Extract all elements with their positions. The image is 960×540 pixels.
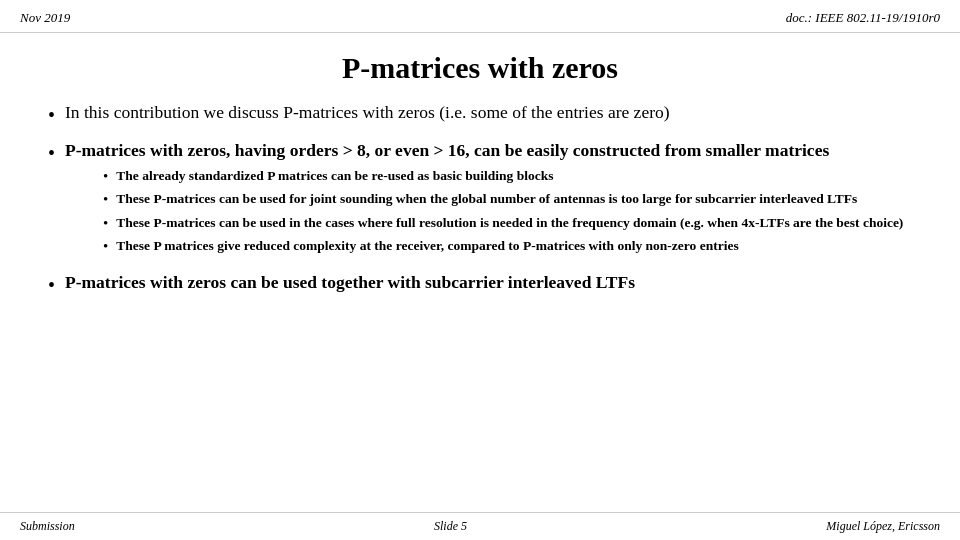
- footer-right: Miguel López, Ericsson: [826, 519, 940, 534]
- sub-bullet-4-dot: •: [103, 237, 108, 257]
- sub-bullet-3-dot: •: [103, 214, 108, 234]
- sub-bullet-2-text: These P-matrices can be used for joint s…: [116, 190, 912, 208]
- bullet-1: • In this contribution we discuss P-matr…: [48, 101, 912, 129]
- slide-content: • In this contribution we discuss P-matr…: [0, 101, 960, 299]
- sub-bullet-1: • The already standardized P matrices ca…: [103, 167, 912, 187]
- slide: Nov 2019 doc.: IEEE 802.11-19/1910r0 P-m…: [0, 0, 960, 540]
- sub-bullet-3: • These P-matrices can be used in the ca…: [103, 214, 912, 234]
- header-doc: doc.: IEEE 802.11-19/1910r0: [786, 10, 940, 26]
- bullet-2-dot: •: [48, 140, 55, 167]
- bullet-3-text: P-matrices with zeros can be used togeth…: [65, 271, 912, 295]
- header-date: Nov 2019: [20, 10, 70, 26]
- bullet-2-text: P-matrices with zeros, having orders > 8…: [65, 140, 829, 160]
- bullet-3-dot: •: [48, 272, 55, 299]
- sub-bullet-1-dot: •: [103, 167, 108, 187]
- sub-bullets: • The already standardized P matrices ca…: [103, 167, 912, 257]
- sub-bullet-4: • These P matrices give reduced complexi…: [103, 237, 912, 257]
- header: Nov 2019 doc.: IEEE 802.11-19/1910r0: [0, 0, 960, 33]
- bullet-1-dot: •: [48, 102, 55, 129]
- bullet-1-text: In this contribution we discuss P-matric…: [65, 101, 912, 125]
- slide-title: P-matrices with zeros: [0, 51, 960, 85]
- sub-bullet-2: • These P-matrices can be used for joint…: [103, 190, 912, 210]
- sub-bullet-3-text: These P-matrices can be used in the case…: [116, 214, 912, 232]
- bullet-2: • P-matrices with zeros, having orders >…: [48, 139, 912, 261]
- footer: Submission Slide 5 Miguel López, Ericsso…: [0, 512, 960, 540]
- footer-center: Slide 5: [434, 519, 467, 534]
- footer-left: Submission: [20, 519, 75, 534]
- sub-bullet-4-text: These P matrices give reduced complexity…: [116, 237, 912, 255]
- sub-bullet-1-text: The already standardized P matrices can …: [116, 167, 912, 185]
- bullet-3: • P-matrices with zeros can be used toge…: [48, 271, 912, 299]
- sub-bullet-2-dot: •: [103, 190, 108, 210]
